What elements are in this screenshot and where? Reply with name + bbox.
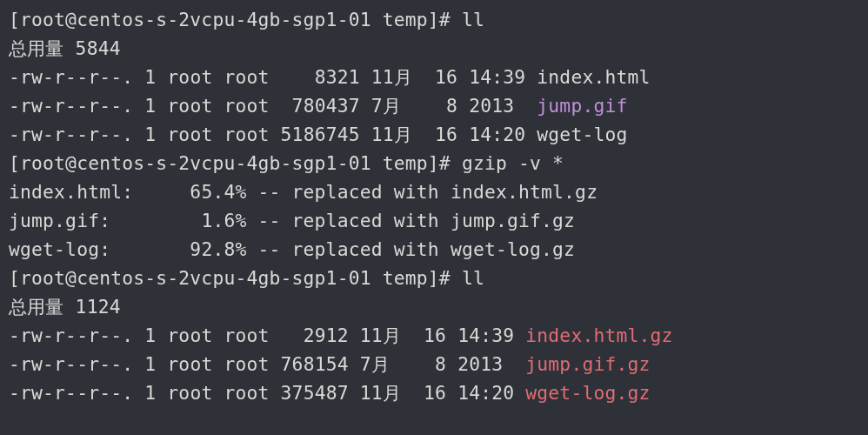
command-ll-1: ll xyxy=(462,9,484,30)
ll2-row: -rw-r--r--. 1 root root 768154 7月 8 2013… xyxy=(9,353,651,375)
ll1-row: -rw-r--r--. 1 root root 780437 7月 8 2013… xyxy=(9,95,628,117)
ll2-row: -rw-r--r--. 1 root root 2912 11月 16 14:3… xyxy=(9,325,673,346)
shell-prompt: [root@centos-s-2vcpu-4gb-sgp1-01 temp]# xyxy=(9,152,451,174)
command-ll-2: ll xyxy=(462,267,484,289)
shell-prompt: [root@centos-s-2vcpu-4gb-sgp1-01 temp]# xyxy=(9,267,451,289)
ll2-total: 总用量 1124 xyxy=(9,296,121,318)
command-gzip: gzip -v * xyxy=(462,152,564,174)
ll2-row: -rw-r--r--. 1 root root 375487 11月 16 14… xyxy=(9,382,651,404)
file-name: jump.gif.gz xyxy=(525,353,650,375)
gzip-row: jump.gif: 1.6% -- replaced with jump.gif… xyxy=(9,210,575,231)
file-name: index.html.gz xyxy=(525,325,672,346)
shell-prompt: [root@centos-s-2vcpu-4gb-sgp1-01 temp]# xyxy=(9,9,451,30)
file-name: jump.gif xyxy=(537,95,627,117)
file-name: wget-log.gz xyxy=(525,382,650,404)
ll1-row: -rw-r--r--. 1 root root 8321 11月 16 14:3… xyxy=(9,66,651,88)
file-name: wget-log xyxy=(537,124,627,145)
gzip-row: index.html: 65.4% -- replaced with index… xyxy=(9,181,598,203)
file-name: index.html xyxy=(537,66,650,88)
gzip-row: wget-log: 92.8% -- replaced with wget-lo… xyxy=(9,238,575,260)
ll1-total: 总用量 5844 xyxy=(9,37,121,59)
ll1-row: -rw-r--r--. 1 root root 5186745 11月 16 1… xyxy=(9,124,628,145)
terminal-output[interactable]: [root@centos-s-2vcpu-4gb-sgp1-01 temp]# … xyxy=(0,0,868,416)
